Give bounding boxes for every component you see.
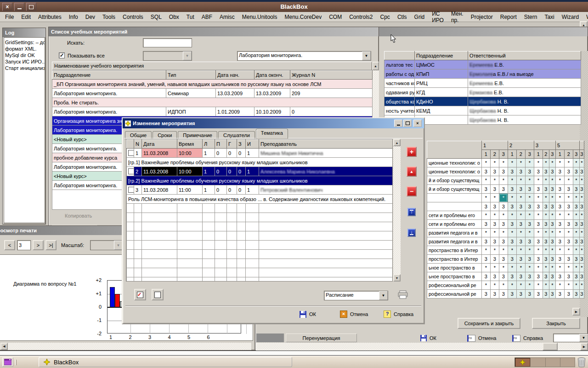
grid-cell[interactable]: *: [564, 159, 573, 167]
grid-cell[interactable]: 3: [555, 272, 564, 281]
grid-cell[interactable]: *: [549, 159, 555, 167]
grid-cell[interactable]: *: [490, 194, 499, 202]
grid-cell[interactable]: *: [555, 194, 564, 202]
grid-cell[interactable]: *: [564, 194, 573, 202]
grid-cell[interactable]: 3: [564, 202, 573, 211]
last-page-button[interactable]: >|: [45, 240, 57, 250]
grid-cell[interactable]: *: [573, 176, 579, 185]
grid-cell[interactable]: 3: [516, 202, 525, 211]
workspace-pager[interactable]: [514, 357, 575, 367]
group-header[interactable]: 5: [555, 141, 579, 150]
grid-cell[interactable]: *: [525, 229, 534, 237]
grid-cell[interactable]: 3: [499, 237, 508, 246]
column-header[interactable]: Л: [203, 140, 215, 149]
grid-cell[interactable]: 3: [534, 185, 543, 194]
grid-cell[interactable]: *: [549, 264, 555, 272]
grid-cell[interactable]: 3: [549, 255, 555, 264]
menu-Tut[interactable]: Tut: [183, 12, 198, 22]
grid-cell[interactable]: 3: [573, 220, 579, 229]
grid-cell[interactable]: 3: [490, 185, 499, 194]
grid-cell[interactable]: *: [573, 194, 579, 202]
grid-cell[interactable]: 3: [555, 202, 564, 211]
subcol-header[interactable]: 1: [555, 150, 564, 159]
column-header[interactable]: [127, 140, 134, 149]
grid-cell[interactable]: 3: [525, 237, 534, 246]
grid-cell[interactable]: 3: [499, 255, 508, 264]
checkbox-cell[interactable]: [127, 185, 134, 195]
grid-cell[interactable]: *: [490, 159, 499, 167]
menu-Amisc[interactable]: Amisc: [216, 12, 238, 22]
grid-cell[interactable]: 3: [579, 185, 584, 194]
grid-cell[interactable]: *: [499, 176, 508, 185]
grid-cell[interactable]: 3: [543, 167, 549, 176]
menu-Projector[interactable]: Projector: [467, 12, 497, 22]
grid-cell[interactable]: 3: [516, 237, 525, 246]
grid-cell[interactable]: *: [543, 159, 549, 167]
grid-cell[interactable]: *: [564, 176, 573, 185]
grid-cell[interactable]: *: [490, 281, 499, 290]
grid-cell[interactable]: *: [573, 229, 579, 237]
column-header[interactable]: Г: [227, 140, 237, 149]
grid-cell[interactable]: *: [534, 194, 543, 202]
grid-cell[interactable]: 3: [579, 272, 584, 281]
prev-page-button[interactable]: <: [4, 240, 15, 250]
grid-cell[interactable]: 3: [555, 255, 564, 264]
uncheck-all-button[interactable]: [152, 289, 164, 300]
subcol-header[interactable]: 3: [499, 150, 508, 159]
grid-cell[interactable]: 3: [525, 185, 534, 194]
grid-cell[interactable]: 3: [508, 272, 516, 281]
grid-cell[interactable]: *: [481, 229, 490, 237]
grid-cell[interactable]: 3: [555, 167, 564, 176]
grid-cell[interactable]: 3: [564, 167, 573, 176]
menu-Grid[interactable]: Grid: [411, 12, 429, 22]
grid-cell[interactable]: 3: [508, 185, 516, 194]
grid-cell[interactable]: 3: [516, 220, 525, 229]
remove-row-button[interactable]: −: [407, 186, 417, 196]
menu-Taxi[interactable]: Taxi: [541, 12, 558, 22]
menu-Wizard[interactable]: Wizard: [558, 12, 582, 22]
grid-cell[interactable]: 3: [499, 272, 508, 281]
scroll-up-button[interactable]: ▲: [372, 62, 379, 70]
cancel-button[interactable]: × Отмена: [340, 310, 368, 318]
preview-scroll-left-button[interactable]: ◀: [0, 343, 8, 350]
grid-cell[interactable]: *: [525, 159, 534, 167]
table-row[interactable]: работы с од ..КПиПЕрмолаева Е.В./ на вые…: [384, 69, 581, 79]
subcol-header[interactable]: 2: [490, 150, 499, 159]
page-number-input[interactable]: [17, 240, 31, 250]
grid-cell[interactable]: 3: [555, 220, 564, 229]
table-row[interactable]: _БП Организация мониторинга знаний, умен…: [52, 80, 373, 89]
table-row[interactable]: льтатов тес ..ЦМиОСЕремеева Е.В.: [384, 60, 581, 69]
grid-cell[interactable]: *: [549, 176, 555, 185]
menu-Obx[interactable]: Obx: [165, 12, 183, 22]
move-top-button[interactable]: ↑: [407, 208, 416, 216]
menu-Controls[interactable]: Controls: [119, 12, 147, 22]
show-all-checkbox[interactable]: ✓: [59, 52, 65, 58]
grid-cell[interactable]: 3: [543, 272, 549, 281]
grid-cell[interactable]: 3: [499, 220, 508, 229]
column-header[interactable]: Время: [177, 140, 203, 149]
grid-cell[interactable]: 3: [573, 202, 579, 211]
grid-cell[interactable]: *: [516, 176, 525, 185]
dialog-scroll-up-button[interactable]: ▲: [393, 139, 401, 146]
grid-cell[interactable]: *: [543, 229, 549, 237]
grid-cell[interactable]: *: [549, 246, 555, 255]
column-header[interactable]: Дата нач.: [216, 71, 254, 80]
checkbox[interactable]: [128, 150, 134, 156]
grid-cell[interactable]: *: [499, 159, 508, 167]
menu-ABF[interactable]: ABF: [198, 12, 216, 22]
grid-cell[interactable]: 3: [525, 255, 534, 264]
add-row-button[interactable]: +: [407, 147, 417, 157]
grid-cell[interactable]: *: [481, 246, 490, 255]
grid-cell[interactable]: 3: [564, 220, 573, 229]
grid-cell[interactable]: *: [534, 264, 543, 272]
column-header[interactable]: N: [134, 140, 142, 149]
help-button-bottom[interactable]: ro Справка: [512, 334, 543, 342]
grid-cell[interactable]: *: [564, 281, 573, 290]
grid-cell[interactable]: 3: [534, 255, 543, 264]
grid-cell[interactable]: 3: [579, 220, 584, 229]
table-row[interactable]: одавания ру ..КГДЕрмакова Е.В.: [384, 88, 581, 97]
grid-cell[interactable]: *: [481, 194, 490, 202]
grid-cell[interactable]: *: [534, 246, 543, 255]
grid-cell[interactable]: *: [525, 194, 534, 202]
grid-cell[interactable]: *: [579, 194, 584, 202]
